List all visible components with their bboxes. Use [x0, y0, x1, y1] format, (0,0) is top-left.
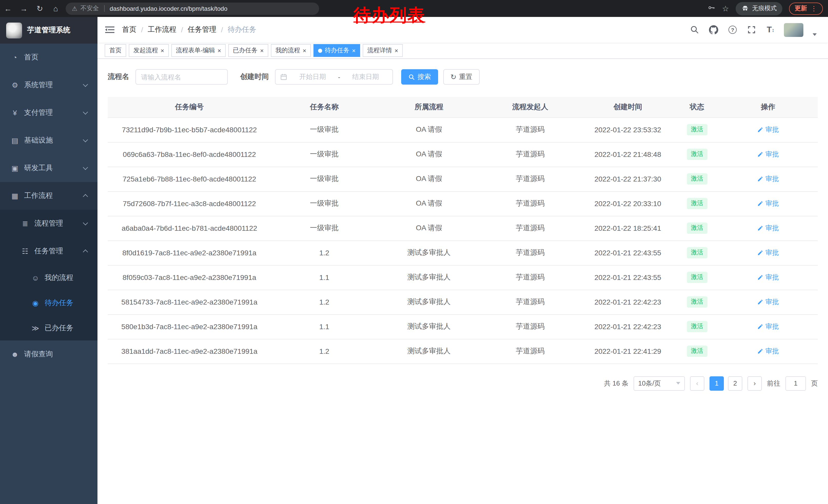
tags-view-bar: 首页 发起流程 × 流程表单-编辑 × 已办任务 [97, 43, 828, 59]
range-separator: - [338, 73, 340, 81]
approve-link[interactable]: 审批 [757, 199, 779, 208]
date-range-picker[interactable]: 开始日期 - 结束日期 [275, 69, 393, 85]
sidebar-collapse-button[interactable] [97, 17, 122, 43]
breadcrumb-item[interactable]: 待办任务 [227, 25, 256, 34]
close-icon[interactable]: × [352, 47, 356, 54]
gear-icon: ⚙ [10, 81, 19, 89]
page-number-button[interactable]: 1 [709, 376, 724, 391]
process-name-input[interactable] [135, 69, 228, 85]
approve-link[interactable]: 审批 [757, 248, 779, 258]
process-cell: OA 请假 [378, 118, 481, 142]
page-size-select[interactable]: 10条/页 [633, 376, 685, 391]
workflow-icon: ▦ [10, 192, 19, 200]
close-icon[interactable]: × [217, 47, 221, 54]
active-dot [318, 48, 322, 53]
breadcrumb: 首页/ 工作流程/ 任务管理/ 待办任务 [122, 25, 256, 34]
breadcrumb-item[interactable]: 首页 [122, 25, 136, 34]
key-icon[interactable] [707, 3, 715, 13]
sidebar-menu-item[interactable]: ⚙ 系统管理 [0, 71, 97, 99]
reset-button[interactable]: ↻ 重置 [443, 69, 480, 85]
approve-link[interactable]: 审批 [757, 297, 779, 307]
task-id-cell: 381aa1dd-7ac8-11ec-a9e2-a2380e71991a [108, 339, 271, 364]
next-page-button[interactable]: › [747, 376, 762, 391]
reload-icon[interactable]: ↻ [32, 4, 48, 13]
task-name-cell: 一级审批 [271, 216, 378, 240]
start-date-placeholder[interactable]: 开始日期 [290, 72, 335, 82]
bookmark-star-icon[interactable]: ☆ [722, 4, 729, 13]
sidebar-menu-item[interactable]: ☷ 任务管理 [0, 237, 97, 265]
back-icon[interactable]: ← [0, 4, 16, 13]
sidebar-menu-item[interactable]: ◔ 首页 [0, 44, 97, 71]
process-cell: OA 请假 [378, 216, 481, 240]
address-bar[interactable]: ⚠ 不安全 dashboard.yudao.iocoder.cn/bpm/tas… [66, 2, 319, 15]
task-table: 任务编号任务名称所属流程流程发起人创建时间状态操作 73211d9d-7b9b-… [108, 97, 818, 364]
view-tab[interactable]: 首页 [105, 44, 126, 57]
approve-link[interactable]: 审批 [757, 150, 779, 159]
close-icon[interactable]: × [395, 47, 398, 54]
security-label: 不安全 [81, 4, 99, 13]
sidebar-menu-item[interactable]: ☻ 请假查询 [0, 340, 97, 368]
search-button[interactable]: 搜索 [401, 69, 438, 85]
filter-bar: 流程名 创建时间 开始日期 - 结束日期 搜索 [108, 69, 818, 85]
avatar-caret-icon[interactable] [813, 33, 817, 36]
goto-page-input[interactable] [785, 376, 806, 391]
approve-link[interactable]: 审批 [757, 224, 779, 233]
sidebar-menu-item[interactable]: ▤ 基础设施 [0, 127, 97, 154]
refresh-icon: ↻ [450, 73, 456, 81]
sidebar-menu-item[interactable]: ▣ 研发工具 [0, 154, 97, 182]
sidebar-menu-item[interactable]: ◉ 待办任务 [0, 290, 97, 315]
approve-label: 审批 [765, 125, 779, 134]
breadcrumb-item[interactable]: 工作流程 [148, 25, 176, 34]
pagination: 共 16 条 10条/页 ‹ 1 2 › 前往 页 [108, 376, 818, 406]
search-button-label: 搜索 [418, 72, 431, 82]
sidebar-menu-item[interactable]: ¥ 支付管理 [0, 99, 97, 127]
view-tab[interactable]: 流程表单-编辑 × [171, 44, 226, 57]
table-row: 8f059c03-7ac8-11ec-a9e2-a2380e71991a 1.1… [108, 265, 818, 290]
edit-icon [757, 176, 763, 182]
fullscreen-icon[interactable] [746, 24, 757, 35]
menu-item-label: 我的流程 [45, 273, 73, 282]
font-size-icon[interactable]: T↕ [765, 24, 776, 35]
close-icon[interactable]: × [161, 47, 164, 54]
app-logo-row[interactable]: 芋道管理系统 [0, 17, 97, 44]
browser-menu-icon[interactable]: ⋮ [811, 5, 817, 12]
column-header: 任务编号 [108, 97, 271, 118]
column-header: 创建时间 [580, 97, 676, 118]
edit-icon [757, 151, 763, 157]
menu-item-label: 流程管理 [34, 219, 63, 228]
breadcrumb-item[interactable]: 任务管理 [188, 25, 216, 34]
avatar[interactable] [784, 23, 803, 37]
sidebar-menu-item[interactable]: ≫ 已办任务 [0, 315, 97, 340]
view-tab[interactable]: 已办任务 × [228, 44, 268, 57]
view-tab[interactable]: 待办任务 × [314, 44, 360, 57]
close-icon[interactable]: × [260, 47, 264, 54]
create-time-cell: 2022-01-22 21:48:48 [580, 142, 676, 167]
create-time-cell: 2022-01-22 21:37:30 [580, 167, 676, 191]
forward-icon[interactable]: → [16, 4, 32, 13]
approve-link[interactable]: 审批 [757, 347, 779, 356]
chevron-down-icon [83, 109, 88, 114]
sidebar-menu-item[interactable]: ▦ 工作流程 [0, 182, 97, 210]
process-cell: OA 请假 [378, 142, 481, 167]
home-icon[interactable]: ⌂ [48, 4, 64, 13]
github-icon[interactable] [708, 24, 719, 35]
search-icon[interactable] [689, 24, 700, 35]
approve-link[interactable]: 审批 [757, 174, 779, 184]
sidebar-menu-item[interactable]: ≣ 流程管理 [0, 210, 97, 237]
approve-link[interactable]: 审批 [757, 125, 779, 134]
prev-page-button[interactable]: ‹ [690, 376, 704, 391]
chevron-down-icon [83, 82, 88, 87]
view-tab[interactable]: 发起流程 × [129, 44, 169, 57]
end-date-placeholder[interactable]: 结束日期 [343, 72, 388, 82]
sidebar-menu-item[interactable]: ☺ 我的流程 [0, 265, 97, 290]
help-icon[interactable]: ? [727, 24, 738, 35]
approve-link[interactable]: 审批 [757, 273, 779, 282]
approve-link[interactable]: 审批 [757, 322, 779, 331]
close-icon[interactable]: × [303, 47, 306, 54]
edit-icon [757, 299, 763, 305]
page-number-button[interactable]: 2 [728, 376, 742, 391]
update-button[interactable]: 更新 ⋮ [789, 2, 823, 15]
view-tab[interactable]: 我的流程 × [271, 44, 311, 57]
edit-icon [757, 274, 763, 280]
view-tab[interactable]: 流程详情 × [363, 44, 403, 57]
